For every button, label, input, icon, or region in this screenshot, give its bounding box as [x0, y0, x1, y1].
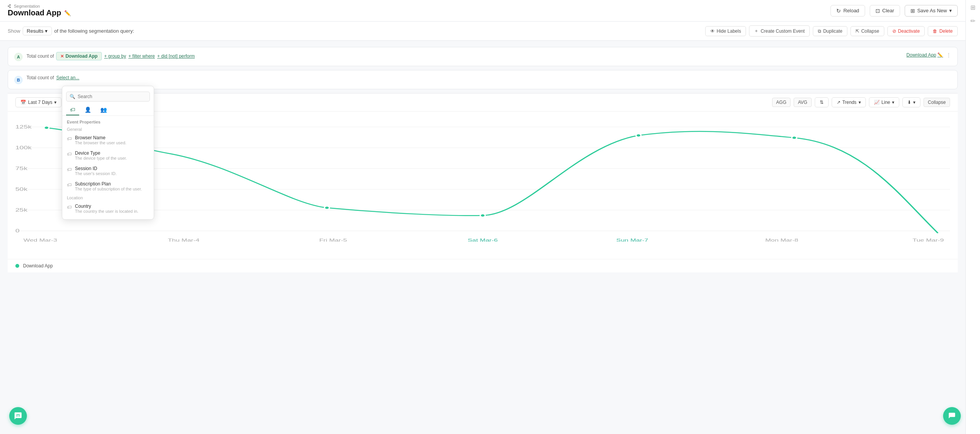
chart-legend: Download App — [8, 259, 958, 272]
results-dropdown[interactable]: Results ▾ — [23, 27, 52, 35]
line-button[interactable]: 📈 Line ▾ — [869, 97, 900, 107]
session-id-text: Session ID The user's session ID. — [75, 166, 116, 176]
total-count-label-a: Total count of — [27, 53, 54, 59]
svg-text:50k: 50k — [15, 187, 28, 192]
trends-icon: ↗ — [837, 100, 840, 105]
svg-text:Sun Mar-7: Sun Mar-7 — [616, 238, 648, 242]
top-actions: ↻ Reload ⊡ Clear ⊞ Save As New ▾ — [831, 5, 958, 17]
date-range-button[interactable]: 📅 Last 7 Days ▾ — [15, 97, 61, 107]
device-type-text: Device Type The device type of the user. — [75, 150, 127, 160]
calendar-icon: 📅 — [20, 100, 26, 105]
subscription-plan-text: Subscription Plan The type of subscripti… — [75, 181, 142, 191]
svg-text:Tue Mar-9: Tue Mar-9 — [913, 238, 944, 242]
agg-badge: AGG — [772, 98, 791, 107]
tab-tag[interactable]: 🏷 — [66, 105, 79, 115]
chart-collapse-button[interactable]: Collapse — [924, 98, 950, 107]
eye-icon: 👁 — [710, 28, 715, 34]
svg-text:Sat Mar-6: Sat Mar-6 — [468, 238, 498, 242]
deactivate-icon: ⊘ — [892, 28, 896, 34]
row-b-main: Total count of Select an... — [27, 75, 951, 80]
filter-icon: ⇅ — [820, 100, 824, 105]
subscription-plan-item[interactable]: 🏷 Subscription Plan The type of subscrip… — [62, 179, 154, 194]
tag-icon-subscription: 🏷 — [67, 182, 72, 188]
svg-text:25k: 25k — [15, 207, 28, 212]
download-icon: ⬇ — [907, 100, 911, 105]
country-item[interactable]: 🏷 Country The country the user is locate… — [62, 201, 154, 216]
svg-text:Mon Mar-8: Mon Mar-8 — [765, 238, 798, 242]
svg-point-15 — [636, 134, 641, 137]
svg-point-16 — [792, 136, 797, 139]
browser-name-item[interactable]: 🏷 Browser Name The browser the user used… — [62, 132, 154, 148]
location-label: Location — [62, 194, 154, 201]
edit-sidebar-icon[interactable]: ✏ — [970, 17, 975, 25]
clear-button[interactable]: ⊡ Clear — [870, 5, 900, 17]
search-input[interactable] — [78, 94, 146, 99]
show-bar-left: Show Results ▾ of the following segmenta… — [8, 27, 134, 35]
close-x-icon[interactable]: ✕ — [60, 54, 64, 59]
svg-text:Wed Mar-3: Wed Mar-3 — [23, 238, 57, 242]
svg-text:100k: 100k — [15, 145, 32, 150]
row-a-main: Total count of ✕ Download App + group by… — [27, 52, 951, 60]
save-as-new-button[interactable]: ⊞ Save As New ▾ — [905, 5, 958, 17]
chevron-icon: ▾ — [54, 100, 56, 105]
segmentation-icon — [8, 4, 12, 8]
svg-text:Thu Mar-4: Thu Mar-4 — [168, 238, 199, 242]
page-title: Download App ✏️ — [8, 8, 71, 17]
download-chart-button[interactable]: ⬇ ▾ — [902, 97, 920, 107]
row-label-a: A — [14, 53, 23, 61]
deactivate-button[interactable]: ⊘ Deactivate — [887, 26, 925, 36]
svg-point-13 — [324, 206, 329, 209]
did-not-perform-link[interactable]: + did [not] perform — [157, 53, 195, 59]
show-bar-right: 👁 Hide Labels ＋ Create Custom Event ⧉ Du… — [705, 25, 958, 37]
svg-point-12 — [44, 126, 49, 129]
dropdown-tabs: 🏷 👤 👥 — [62, 105, 154, 116]
select-an-link[interactable]: Select an... — [56, 75, 79, 80]
download-app-event-tag[interactable]: ✕ Download App — [56, 52, 102, 60]
download-app-link[interactable]: Download App ✏️ — [907, 52, 943, 58]
top-bar: Segmentation Download App ✏️ ↻ Reload ⊡ … — [0, 0, 965, 22]
line-chart-icon: 📈 — [874, 100, 880, 105]
results-chevron-icon: ▾ — [45, 28, 48, 34]
tag-icon-session: 🏷 — [67, 167, 72, 172]
duplicate-button[interactable]: ⧉ Duplicate — [813, 26, 847, 36]
create-custom-event-button[interactable]: ＋ Create Custom Event — [749, 25, 810, 37]
more-options-icon[interactable]: ⋮ — [946, 52, 951, 58]
edit-title-icon[interactable]: ✏️ — [64, 10, 71, 16]
download-chevron-icon: ▾ — [913, 100, 915, 105]
delete-button[interactable]: 🗑 Delete — [928, 26, 958, 36]
row-a-content: Total count of ✕ Download App + group by… — [27, 52, 951, 60]
line-chevron-icon: ▾ — [892, 100, 894, 105]
filter-icon-button[interactable]: ⇅ — [815, 97, 829, 107]
tag-icon-device: 🏷 — [67, 151, 72, 157]
row-b-content: Total count of Select an... — [27, 75, 951, 80]
svg-text:Fri Mar-5: Fri Mar-5 — [319, 238, 347, 242]
session-id-item[interactable]: 🏷 Session ID The user's session ID. — [62, 163, 154, 179]
dropdown-search-bar: 🔍 — [66, 92, 150, 102]
reload-button[interactable]: ↻ Reload — [831, 5, 865, 17]
tag-icon-country: 🏷 — [67, 204, 72, 210]
right-sidebar: ⊞ ✏ — [965, 0, 980, 279]
grid-icon[interactable]: ⊞ — [970, 4, 975, 11]
tab-group[interactable]: 👥 — [96, 105, 111, 115]
line-chart: 125k 100k 75k 50k 25k 0 Wed Mar-3 Thu Ma… — [15, 119, 950, 250]
legend-color-dot — [15, 264, 19, 268]
browser-name-text: Browser Name The browser the user used. — [75, 135, 126, 145]
dropdown-arrow-icon: ▾ — [949, 8, 952, 13]
group-by-link[interactable]: + group by — [104, 53, 126, 59]
search-icon: 🔍 — [70, 94, 75, 99]
event-properties-dropdown: 🔍 🏷 👤 👥 Event Properties General 🏷 Brows… — [62, 86, 154, 220]
save-icon: ⊞ — [910, 8, 915, 14]
svg-point-14 — [480, 214, 485, 217]
duplicate-icon: ⧉ — [818, 28, 821, 34]
row-a-right: Download App ✏️ ⋮ — [907, 52, 951, 58]
query-row-b: B Total count of Select an... 🔍 🏷 👤 — [8, 70, 958, 89]
hide-labels-button[interactable]: 👁 Hide Labels — [705, 26, 746, 36]
event-properties-label: Event Properties — [62, 117, 154, 125]
filter-where-link[interactable]: + filter where — [128, 53, 155, 59]
svg-text:75k: 75k — [15, 166, 28, 171]
device-type-item[interactable]: 🏷 Device Type The device type of the use… — [62, 148, 154, 163]
trends-button[interactable]: ↗ Trends ▾ — [832, 97, 866, 107]
collapse-button[interactable]: ⇱ Collapse — [850, 26, 884, 36]
tab-person[interactable]: 👤 — [81, 105, 95, 115]
title-section: Segmentation Download App ✏️ — [8, 4, 71, 17]
